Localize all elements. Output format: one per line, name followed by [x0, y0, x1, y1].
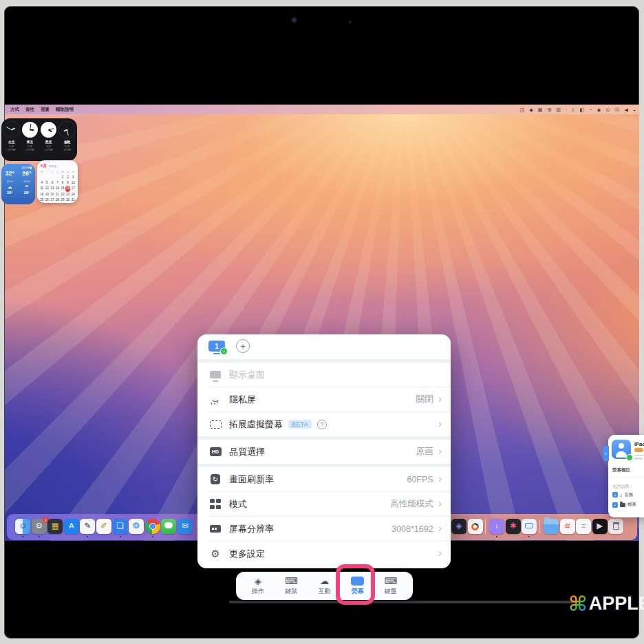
system-settings-icon[interactable]: ⚙1 — [32, 519, 47, 534]
grid-app-icon[interactable]: ▦ — [538, 107, 543, 112]
menu-item-label: 更多設定 — [229, 548, 265, 560]
menu-item-5[interactable]: 模式高性能模式› — [197, 492, 451, 516]
menu-item-2[interactable]: 拓展虛擬螢幕BETA?› — [197, 412, 451, 436]
swift-playgrounds-icon[interactable]: ≋ — [560, 519, 575, 534]
add-display-button[interactable]: + — [236, 339, 250, 353]
screen-mirroring-icon[interactable] — [522, 519, 537, 534]
toolbar-button-key-mouse[interactable]: ⌨鍵鼠 — [276, 576, 306, 596]
menu-item-label: 模式 — [229, 498, 247, 511]
calendar-date: 26 — [45, 197, 50, 203]
menu-item-4[interactable]: 畫面刷新率60FPS› — [197, 467, 451, 491]
menu-item[interactable]: 方式 — [10, 107, 19, 113]
weather-time: 18:00 — [6, 180, 13, 183]
permission-label: 檔案 — [627, 502, 636, 508]
record-icon[interactable]: ◉ — [597, 107, 601, 112]
notes-icon[interactable]: ✐ — [96, 519, 111, 534]
menu-item[interactable]: 輔助說明 — [56, 107, 74, 113]
preview-doc-icon[interactable]: ≡ — [576, 519, 591, 534]
split-view-icon[interactable]: ◧ — [580, 107, 585, 112]
permission-option-folder[interactable]: ✓檔案 — [612, 502, 636, 508]
toolbar-button-layers[interactable]: ◈操作 — [243, 576, 273, 596]
privacy-icon[interactable]: ◆ — [529, 107, 533, 112]
annotation-label[interactable]: 熒幕標註 — [612, 467, 630, 473]
clock-offset: +1小時 — [26, 148, 34, 151]
help-icon[interactable]: ? — [317, 420, 327, 429]
menu-item-0: 顯示桌面 — [197, 363, 451, 387]
do-not-disturb-icon[interactable]: ⊙ — [606, 107, 610, 112]
folder-icon — [620, 503, 625, 507]
calendar-date: 29 — [60, 197, 65, 203]
clock-face — [3, 122, 19, 138]
input-source-icon[interactable]: Ⓐ — [614, 107, 619, 112]
battery-icon[interactable]: ◒ — [633, 107, 636, 112]
running-indicator — [528, 536, 530, 537]
watermark-text: APPLE — [589, 593, 644, 614]
menu-item-7[interactable]: 更多設定› — [197, 541, 451, 566]
time-machine-icon[interactable]: ◔ — [589, 107, 592, 112]
checkbox[interactable]: ✓ — [612, 492, 618, 497]
toolbar-button-label: 鍵鼠 — [285, 587, 297, 596]
clock-offset: +0小時 — [8, 148, 16, 151]
menu-item-1[interactable]: 隱私屏關閉› — [197, 387, 451, 411]
calendar-date: 21 — [55, 192, 61, 197]
journal-icon[interactable]: ✎ — [80, 519, 95, 534]
weather-widget[interactable]: 32° 18:00 ☁ 30° 隨時有雨 26° 18:32 ☂ 28° — [1, 164, 35, 204]
safari-icon[interactable]: ❂ — [129, 519, 144, 534]
virtual-icon — [208, 418, 222, 431]
calendar-date — [45, 175, 50, 180]
chevron-right-icon: › — [438, 418, 442, 429]
permission-label: 音效 — [625, 492, 634, 498]
calendar-subtitle: 16日五 — [48, 164, 56, 168]
folder-icon[interactable] — [544, 519, 559, 534]
dock-divider — [485, 519, 486, 533]
device-side-panel[interactable]: iPad 熒幕標註 允許訪問： ✓♪音效✓檔案 — [608, 435, 644, 517]
menu-item[interactable]: 前往 — [25, 107, 34, 113]
weather-low-temp: 28° — [24, 191, 30, 195]
ring-logo-app-icon[interactable] — [468, 519, 483, 534]
stage-manager-icon[interactable]: ◳ — [520, 107, 525, 112]
permission-option-mic[interactable]: ✓♪音效 — [612, 491, 636, 498]
menu-item-3[interactable]: 品質選擇原画› — [197, 440, 451, 464]
separator-dot-icon[interactable]: · — [566, 107, 567, 112]
finder-icon[interactable]: ☺ — [15, 519, 30, 534]
gear-icon — [208, 547, 222, 561]
calendar-date: 25 — [39, 197, 45, 203]
menu-item[interactable]: 視窗 — [41, 107, 50, 113]
toolbar-button-interact[interactable]: ☁互動 — [309, 576, 339, 596]
calendar-date: 8 — [60, 180, 65, 186]
running-indicator — [496, 536, 497, 537]
trash-icon[interactable] — [608, 519, 623, 534]
menu-item-label: 拓展虛擬螢幕 — [229, 418, 283, 431]
interact-icon: ☁ — [320, 576, 329, 586]
weather-right-column: 隨時有雨 26° 18:32 ☂ 28° — [19, 164, 36, 204]
calendar-widget[interactable]: 5月 16日五 日一二三四五六1234567891011121314151617… — [37, 160, 78, 203]
launchpad-icon[interactable]: ▦ — [47, 519, 63, 534]
display-1-button[interactable]: 1 ✓ — [208, 341, 225, 352]
window-manager-icon[interactable]: ⊞ — [547, 107, 551, 112]
unknown-dark-app-icon[interactable]: ◈ — [451, 519, 466, 534]
checkbox[interactable]: ✓ — [612, 502, 618, 508]
clock-city: 悉尼 — [45, 140, 52, 144]
drag-handle-line[interactable] — [229, 601, 575, 603]
boards-icon[interactable]: ❏ — [113, 519, 128, 534]
chrome-icon[interactable] — [145, 519, 160, 534]
menu-item-value: 原画 — [416, 446, 433, 458]
toolbar-button-keyboard[interactable]: ⌨鍵盤 — [376, 576, 406, 596]
messages-icon[interactable] — [161, 519, 176, 534]
mail-icon[interactable]: ✉ — [178, 519, 193, 534]
app-store-icon[interactable]: A — [64, 519, 79, 534]
volume-icon[interactable]: ◀ — [624, 107, 627, 112]
menu-item-label: 屏幕分辨率 — [229, 523, 274, 535]
device-title: iPad — [634, 441, 644, 447]
downloads-icon[interactable]: ↓ — [489, 519, 504, 534]
bluetooth-icon[interactable]: ᛒ — [572, 107, 575, 112]
panel-collapse-tab[interactable]: ‹ — [603, 446, 609, 461]
video-file-icon[interactable]: ▶ — [592, 519, 608, 534]
display-icon[interactable]: ▥ — [556, 107, 561, 112]
running-indicator — [22, 536, 23, 537]
refresh-icon — [208, 473, 222, 486]
menu-item-6[interactable]: 屏幕分辨率3008*1692› — [197, 517, 451, 541]
world-clock-widget[interactable]: 台北今天+0小時東京今天+1小時悉尼今天+2小時倫敦今天-8小時 — [1, 118, 77, 161]
video-player-icon[interactable]: ✱ — [506, 519, 521, 534]
monitor-icon — [208, 368, 222, 382]
